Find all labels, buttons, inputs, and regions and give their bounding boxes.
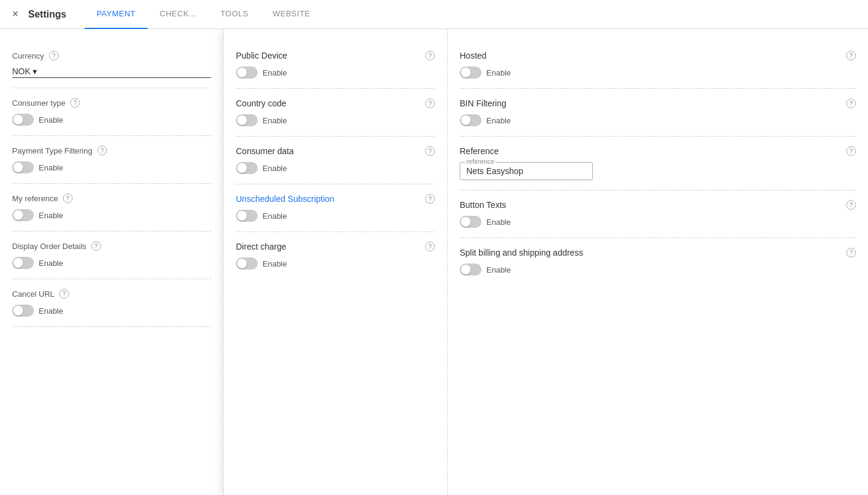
cancel-url-toggle-row: Enable bbox=[12, 305, 211, 317]
consumer-type-section: Consumer type ? Enable bbox=[12, 88, 211, 136]
public-device-label: Public Device ? bbox=[236, 51, 435, 60]
consumer-type-help-icon[interactable]: ? bbox=[70, 98, 80, 108]
currency-section: Currency ? NOK ▾ bbox=[12, 41, 211, 88]
consumer-data-toggle-label: Enable bbox=[263, 164, 287, 173]
my-reference-section: My reference ? Enable bbox=[12, 184, 211, 231]
middle-panel: Public Device ? Enable Country code ? En… bbox=[224, 29, 448, 495]
unscheduled-subscription-toggle-row: Enable bbox=[236, 210, 435, 222]
consumer-type-toggle-label: Enable bbox=[39, 115, 63, 125]
direct-charge-toggle-label: Enable bbox=[263, 259, 287, 268]
payment-type-filtering-toggle-row: Enable bbox=[12, 161, 211, 173]
split-billing-toggle-knob bbox=[461, 265, 471, 274]
country-code-help-icon[interactable]: ? bbox=[425, 99, 435, 108]
tab-payment[interactable]: PAYMENT bbox=[85, 0, 148, 29]
reference-input[interactable] bbox=[466, 166, 586, 176]
display-order-details-toggle-label: Enable bbox=[39, 259, 63, 268]
tab-checkout[interactable]: CHECK... bbox=[148, 0, 208, 29]
payment-type-filtering-help-icon[interactable]: ? bbox=[97, 146, 107, 155]
currency-select[interactable]: NOK ▾ bbox=[12, 66, 211, 78]
unscheduled-subscription-toggle-knob bbox=[237, 211, 247, 221]
reference-label: Reference ? bbox=[460, 146, 856, 156]
direct-charge-toggle-row: Enable bbox=[236, 257, 435, 270]
bin-filtering-help-icon[interactable]: ? bbox=[846, 99, 856, 108]
public-device-toggle-label: Enable bbox=[263, 68, 287, 77]
button-texts-help-icon[interactable]: ? bbox=[846, 200, 856, 210]
reference-input-wrapper: reference bbox=[460, 162, 593, 180]
cancel-url-section: Cancel URL ? Enable bbox=[12, 279, 211, 327]
my-reference-help-icon[interactable]: ? bbox=[63, 193, 73, 203]
direct-charge-toggle[interactable] bbox=[236, 257, 258, 270]
payment-type-filtering-section: Payment Type Filtering ? Enable bbox=[12, 136, 211, 184]
consumer-type-toggle[interactable] bbox=[12, 114, 34, 126]
tab-website[interactable]: WEBSITE bbox=[261, 0, 322, 29]
split-billing-section: Split billing and shipping address ? Ena… bbox=[460, 238, 856, 285]
button-texts-toggle-row: Enable bbox=[460, 216, 856, 228]
display-order-details-toggle-knob bbox=[13, 258, 23, 268]
right-panel: Hosted ? Enable BIN Filtering ? Enable bbox=[448, 29, 868, 495]
display-order-details-help-icon[interactable]: ? bbox=[91, 241, 101, 251]
main-layout: Currency ? NOK ▾ Consumer type ? Enable bbox=[0, 29, 868, 495]
hosted-section: Hosted ? Enable bbox=[460, 41, 856, 89]
close-button[interactable]: × bbox=[12, 8, 19, 21]
bin-filtering-label: BIN Filtering ? bbox=[460, 99, 856, 108]
cancel-url-help-icon[interactable]: ? bbox=[59, 289, 69, 299]
display-order-details-toggle[interactable] bbox=[12, 257, 34, 269]
my-reference-toggle-label: Enable bbox=[39, 211, 63, 220]
split-billing-toggle-row: Enable bbox=[460, 264, 856, 276]
currency-help-icon[interactable]: ? bbox=[49, 51, 59, 60]
direct-charge-section: Direct charge ? Enable bbox=[236, 232, 435, 279]
button-texts-toggle[interactable] bbox=[460, 216, 481, 228]
display-order-details-label: Display Order Details ? bbox=[12, 241, 211, 251]
hosted-toggle-knob bbox=[461, 68, 471, 77]
consumer-type-toggle-row: Enable bbox=[12, 114, 211, 126]
direct-charge-label: Direct charge ? bbox=[236, 242, 435, 251]
direct-charge-help-icon[interactable]: ? bbox=[425, 242, 435, 251]
my-reference-toggle-knob bbox=[13, 210, 23, 220]
consumer-data-toggle-knob bbox=[237, 163, 247, 173]
hosted-toggle-label: Enable bbox=[486, 68, 511, 77]
country-code-toggle[interactable] bbox=[236, 114, 258, 126]
payment-type-filtering-toggle-knob bbox=[13, 163, 23, 172]
public-device-help-icon[interactable]: ? bbox=[425, 51, 435, 60]
split-billing-toggle[interactable] bbox=[460, 264, 481, 276]
currency-label: Currency ? bbox=[12, 51, 211, 60]
unscheduled-subscription-help-icon[interactable]: ? bbox=[425, 194, 435, 204]
split-billing-toggle-label: Enable bbox=[486, 265, 511, 274]
hosted-label: Hosted ? bbox=[460, 51, 856, 60]
cancel-url-toggle-knob bbox=[13, 306, 23, 315]
tab-tools[interactable]: TOOLS bbox=[208, 0, 260, 29]
payment-type-filtering-toggle[interactable] bbox=[12, 161, 34, 173]
unscheduled-subscription-toggle[interactable] bbox=[236, 210, 258, 222]
button-texts-toggle-label: Enable bbox=[486, 218, 511, 227]
reference-input-label: reference bbox=[465, 158, 495, 165]
consumer-data-help-icon[interactable]: ? bbox=[425, 146, 435, 156]
payment-type-filtering-label: Payment Type Filtering ? bbox=[12, 146, 211, 155]
public-device-toggle[interactable] bbox=[236, 66, 258, 79]
reference-help-icon[interactable]: ? bbox=[846, 146, 856, 156]
hosted-toggle[interactable] bbox=[460, 66, 481, 79]
public-device-toggle-knob bbox=[237, 68, 247, 77]
my-reference-toggle[interactable] bbox=[12, 209, 34, 221]
consumer-type-label: Consumer type ? bbox=[12, 98, 211, 108]
settings-title: Settings bbox=[28, 9, 67, 20]
payment-type-filtering-toggle-label: Enable bbox=[39, 163, 63, 172]
country-code-toggle-knob bbox=[237, 115, 247, 125]
unscheduled-subscription-section: Unscheduled Subscription ? Enable bbox=[236, 184, 435, 232]
cancel-url-toggle[interactable] bbox=[12, 305, 34, 317]
split-billing-help-icon[interactable]: ? bbox=[846, 248, 856, 257]
hosted-help-icon[interactable]: ? bbox=[846, 51, 856, 60]
button-texts-label: Button Texts ? bbox=[460, 200, 856, 210]
consumer-data-section: Consumer data ? Enable bbox=[236, 137, 435, 184]
split-billing-label: Split billing and shipping address ? bbox=[460, 248, 856, 257]
currency-dropdown-arrow: ▾ bbox=[33, 66, 37, 76]
bin-filtering-toggle[interactable] bbox=[460, 114, 481, 126]
bin-filtering-toggle-knob bbox=[461, 115, 471, 125]
hosted-toggle-row: Enable bbox=[460, 66, 856, 79]
bin-filtering-section: BIN Filtering ? Enable bbox=[460, 89, 856, 137]
direct-charge-toggle-knob bbox=[237, 259, 247, 268]
reference-section: Reference ? reference bbox=[460, 137, 856, 190]
consumer-data-toggle-row: Enable bbox=[236, 162, 435, 174]
public-device-section: Public Device ? Enable bbox=[236, 41, 435, 89]
button-texts-toggle-knob bbox=[461, 217, 471, 227]
consumer-data-toggle[interactable] bbox=[236, 162, 258, 174]
